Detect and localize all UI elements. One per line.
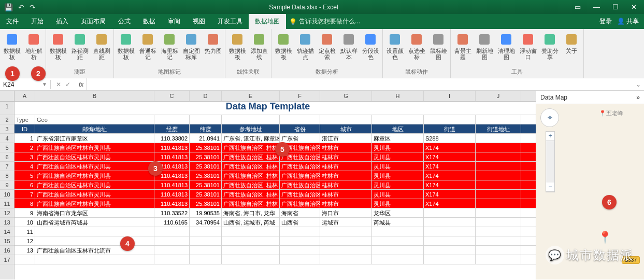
cell[interactable]: 广东省湛江市麻章区 [35, 134, 154, 143]
name-box[interactable]: K24 ▼ [0, 80, 51, 89]
cell[interactable]: 25.38101 [190, 143, 222, 152]
cell[interactable] [320, 115, 372, 124]
menu-tab-8[interactable]: 开发工具 [211, 14, 249, 29]
map-marker-icon[interactable]: 📍 [598, 231, 612, 244]
cell[interactable]: 经度 [154, 124, 190, 133]
cell[interactable] [476, 199, 521, 208]
cell[interactable] [476, 208, 521, 217]
cell[interactable]: 桂林市 [320, 171, 372, 180]
tell-me-input[interactable]: 告诉我您想要做什么... [299, 17, 360, 26]
ribbon-数据模板[interactable]: 数据模板 [274, 30, 293, 60]
cell[interactable] [372, 246, 424, 255]
menu-tab-3[interactable]: 页面布局 [75, 14, 112, 29]
cell[interactable]: 地区 [372, 124, 424, 133]
cell[interactable] [35, 236, 154, 245]
menu-tab-6[interactable]: 审阅 [162, 14, 187, 29]
cell[interactable]: 灵川县 [372, 171, 424, 180]
cell[interactable] [154, 246, 190, 255]
cell[interactable]: 25.38101 [190, 199, 222, 208]
cell[interactable] [190, 246, 222, 255]
zoom-in-button[interactable]: + [546, 132, 554, 141]
col-header[interactable]: A [15, 91, 35, 101]
cell[interactable] [154, 227, 190, 236]
col-header[interactable]: C [154, 91, 190, 101]
cell[interactable]: 广西壮族自治区桂林市灵川县 [35, 143, 154, 152]
cell[interactable] [222, 236, 280, 245]
cell[interactable]: 110.41813 [154, 199, 190, 208]
cell[interactable]: X174 [424, 152, 476, 161]
col-header[interactable]: G [320, 91, 372, 101]
cell[interactable]: ID [15, 124, 35, 133]
ribbon-定点检索[interactable]: 定点检索 [317, 30, 337, 60]
ribbon-浮动窗口[interactable]: 浮动窗口 [518, 30, 538, 60]
cell[interactable]: 广西壮族自治区桂林市灵川县 [35, 180, 154, 189]
cell[interactable] [35, 227, 154, 236]
cell[interactable]: 110.6165 [154, 218, 190, 227]
ribbon-清理地图[interactable]: 清理地图 [496, 30, 516, 60]
row-header[interactable]: 2 [0, 115, 14, 124]
cell[interactable]: 25.38101 [190, 180, 222, 189]
cell[interactable] [476, 171, 521, 180]
cell[interactable] [476, 134, 521, 143]
cell[interactable]: 山西省 [280, 218, 320, 227]
cell[interactable]: 参考地址 [222, 124, 280, 133]
cell[interactable]: X174 [424, 171, 476, 180]
cell[interactable] [320, 227, 372, 236]
cell[interactable]: 广东省, 湛江市, 麻章区 [222, 134, 280, 143]
cell[interactable]: 广西壮族自治区玉林市北流市 [35, 246, 154, 255]
ribbon-鼠标绘图[interactable]: 鼠标绘图 [428, 30, 448, 60]
cell[interactable]: 广西壮族自治区, 桂林 [222, 143, 280, 152]
worksheet-grid[interactable]: ABCDEFGHIJ Data Map TemplateTypeGeoID邮编/… [15, 91, 536, 279]
cell[interactable]: X174 [424, 190, 476, 199]
ribbon-热力图[interactable]: 热力图 [203, 30, 223, 54]
share-button[interactable]: 👤 共享 [617, 17, 639, 26]
cell[interactable] [280, 246, 320, 255]
cell[interactable] [190, 255, 222, 264]
cell[interactable] [280, 255, 320, 264]
cell[interactable] [222, 246, 280, 255]
cell[interactable]: 4 [15, 162, 35, 171]
ribbon-地址解析[interactable]: 地址解析 [24, 30, 44, 60]
cell[interactable]: X174 [424, 143, 476, 152]
col-header[interactable]: F [280, 91, 320, 101]
chevron-down-icon[interactable]: ▼ [42, 81, 47, 87]
menu-tab-2[interactable]: 插入 [50, 14, 75, 29]
ribbon-海里标记[interactable]: 海里标记 [160, 30, 179, 60]
cell[interactable] [424, 208, 476, 217]
cell[interactable] [372, 115, 424, 124]
cell[interactable]: 2 [15, 143, 35, 152]
cell[interactable]: 桂林市 [320, 162, 372, 171]
zoom-slider[interactable] [546, 141, 554, 183]
col-header[interactable]: B [35, 91, 154, 101]
cell[interactable] [280, 236, 320, 245]
cell[interactable]: X174 [424, 162, 476, 171]
cell[interactable] [424, 246, 476, 255]
close-icon[interactable]: ✕ [631, 3, 637, 11]
cell[interactable]: 广西壮族自治区 [280, 143, 320, 152]
cell[interactable]: 桂林市 [320, 180, 372, 189]
cell[interactable]: 7 [15, 190, 35, 199]
cell[interactable] [476, 152, 521, 161]
ribbon-刷新地图[interactable]: 刷新地图 [475, 30, 494, 60]
maximize-icon[interactable]: ☐ [612, 3, 619, 11]
cell[interactable]: 1 [15, 134, 35, 143]
row-header[interactable]: 9 [0, 180, 14, 190]
cell[interactable]: 运城市 [320, 218, 372, 227]
cell[interactable]: 灵川县 [372, 199, 424, 208]
cell[interactable]: 广西壮族自治区, 桂林 [222, 190, 280, 199]
cell[interactable]: 21.0941 [190, 134, 222, 143]
cell[interactable]: 灵川县 [372, 143, 424, 152]
cell[interactable]: 12 [15, 236, 35, 245]
ribbon-关于[interactable]: 关于 [562, 30, 581, 54]
cell[interactable] [476, 180, 521, 189]
row-header[interactable]: 3 [0, 124, 14, 134]
cell[interactable] [190, 227, 222, 236]
ribbon-添加直线[interactable]: 添加直线 [249, 30, 269, 60]
menu-tab-9[interactable]: 数据地图 [249, 14, 286, 29]
menu-tab-0[interactable]: 文件 [0, 14, 25, 29]
cell[interactable] [154, 255, 190, 264]
cell[interactable]: 9 [15, 208, 35, 217]
cell[interactable]: 19.90535 [190, 208, 222, 217]
cell[interactable]: 13 [15, 246, 35, 255]
cell[interactable]: 桂林市 [320, 143, 372, 152]
